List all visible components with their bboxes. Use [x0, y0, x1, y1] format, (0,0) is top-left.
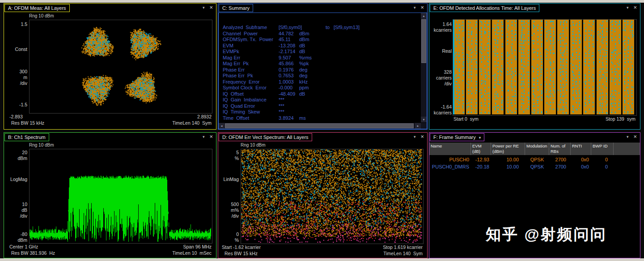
constellation-plot-area[interactable] — [29, 20, 212, 114]
y-axis-top-label: 1.64 kcarriers — [429, 21, 452, 33]
panel-e-close-icon[interactable]: × — [633, 5, 637, 10]
cell-num-rbs: 2700 — [549, 156, 571, 163]
scroll-down-button[interactable]: ▼ — [421, 117, 427, 122]
allocations-plot-area[interactable] — [453, 19, 637, 116]
panel-ch1-spectrum: B: Ch1 Spectrum ▾ × Rng 10 dBm 20 dBm Lo… — [4, 132, 216, 258]
panel-c-titlebar: C: Summary ▾ × — [218, 4, 427, 13]
summary-line: IQ Timing Skew*** — [219, 109, 420, 115]
panel-d-close-icon[interactable]: × — [420, 134, 424, 139]
timelen-label: TimeLen 140 Sym — [383, 251, 423, 256]
vertical-scroll-thumb[interactable] — [421, 19, 426, 63]
summary-unit: dBm — [299, 31, 309, 36]
summary-label: Analyzed Subframe — [223, 25, 267, 30]
panel-c-dropdown-icon[interactable]: ▾ — [414, 5, 416, 10]
y-axis-scale-label: 500 m% /div — [218, 202, 239, 219]
panel-f-close-icon[interactable]: × — [633, 134, 637, 139]
summary-value: 45.11 — [279, 37, 291, 42]
summary-value: -13.208 — [279, 43, 295, 48]
summary-line: IQ Offset-48.409dB — [219, 91, 420, 97]
panel-a-close-icon[interactable]: × — [209, 5, 213, 10]
cell-power-per-re: 10.00 — [491, 156, 525, 163]
res-bw-label: Res BW 381.936 Hz — [11, 250, 55, 256]
panel-e-titlebar: E: OFDM Detected Allocations Time: All L… — [429, 4, 640, 13]
panel-b-title[interactable]: B: Ch1 Spectrum — [4, 133, 49, 141]
header-cell-name: Name — [429, 143, 471, 155]
frame-summary-header: NameEVM (dB)Power per RE (dBm)Modulation… — [429, 143, 640, 155]
x-axis-stop-label: Stop 1.619 kcarrier — [383, 244, 423, 250]
panel-d-title[interactable]: D: OFDM Err Vect Spectrum: All Layers — [219, 133, 312, 141]
summary-label: EVMPk — [223, 49, 239, 54]
panel-c-title[interactable]: C: Summary — [219, 4, 253, 12]
summary-label: Channel Power — [223, 31, 258, 36]
evm-spectrum-plot[interactable] — [241, 149, 422, 243]
panel-e-title[interactable]: E: OFDM Detected Allocations Time: All L… — [430, 4, 539, 12]
x-axis-start-label: Start 0 sym — [453, 116, 479, 122]
cell-evm: -12.93 — [471, 156, 491, 163]
y-axis-bottom-label: -80 dBm — [4, 232, 27, 243]
x-axis-right-label: 2.8932 — [197, 114, 212, 119]
panel-b-close-icon[interactable]: × — [209, 134, 213, 139]
summary-unit: deg — [299, 67, 307, 72]
summary-value: 0.1976 — [279, 67, 294, 72]
summary-line: Symbol Clock Error-0.000ppm — [219, 85, 420, 91]
header-cell-evm: EVM (dB) — [471, 143, 491, 155]
summary-label: IQ Timing Skew — [223, 109, 260, 114]
scroll-left-button[interactable]: ◄ — [219, 123, 225, 129]
summary-label: IQ Quad Error — [223, 103, 255, 109]
summary-unit: %pk — [299, 61, 309, 66]
panel-c-content: Analyzed Subframe[Sf0,sym0]to[Sf9,sym13]… — [218, 13, 427, 129]
cell-rnti: 0x0 — [571, 163, 591, 170]
allocations-plot[interactable] — [453, 20, 636, 114]
summary-label: Time Offset — [223, 115, 249, 121]
scroll-right-button[interactable]: ► — [415, 123, 421, 129]
summary-lines: Analyzed Subframe[Sf0,sym0]to[Sf9,sym13]… — [219, 13, 420, 122]
frame-summary-row[interactable]: PUSCH0_DMRS-20.1810.00QPSK27000x00 — [429, 163, 614, 170]
panel-b-titlebar: B: Ch1 Spectrum ▾ × — [4, 133, 216, 142]
panel-b-content: Rng 10 dBm 20 dBm LogMag 10 dB /div -80 … — [4, 142, 216, 258]
summary-vertical-scrollbar[interactable]: ▲ ▼ — [421, 13, 427, 122]
panel-c-close-icon[interactable]: × — [420, 5, 424, 10]
y-axis-type-label: LogMag — [4, 177, 27, 182]
timelen-label: TimeLen 140 Sym — [172, 120, 212, 126]
frame-summary-row[interactable]: PUSCH0-12.9310.00QPSK27000x00 — [429, 156, 614, 163]
summary-label: IQ Offset — [223, 91, 244, 97]
frame-summary-dropdown-icon[interactable]: ▾ — [479, 135, 481, 140]
summary-value: -2.1714 — [279, 49, 295, 54]
window-chrome-bottom — [0, 258, 644, 261]
evm-plot-area[interactable] — [241, 149, 424, 244]
summary-label: Phase Err — [223, 67, 245, 72]
spectrum-plot[interactable] — [30, 149, 211, 242]
constellation-plot[interactable] — [30, 20, 211, 112]
summary-line: Mag Err9.507%rms — [219, 55, 420, 61]
y-axis-type-label: Const — [4, 46, 27, 52]
summary-line: IQ Gain Imbalance*** — [219, 97, 420, 103]
header-cell-num-of: Num. of RBs — [549, 143, 571, 155]
scroll-up-button[interactable]: ▲ — [421, 13, 427, 19]
spectrum-plot-area[interactable] — [29, 149, 212, 244]
summary-line: Analyzed Subframe[Sf0,sym0]to[Sf9,sym13] — [219, 25, 420, 30]
summary-line: Time Offset3.8924ms — [219, 115, 420, 121]
panel-a-title[interactable]: A: OFDM Meas: All Layers — [4, 4, 70, 12]
summary-value: -0.000 — [279, 85, 292, 90]
x-axis-start-label: Start -1.62 kcarrier — [222, 244, 261, 250]
cell-evm: -20.18 — [471, 163, 491, 170]
cell-name: PUSCH0 — [429, 156, 471, 163]
header-cell-bwp-id: BWP ID — [591, 143, 614, 155]
x-axis-left-label: -2.893 — [9, 114, 23, 119]
panel-d-dropdown-icon[interactable]: ▾ — [414, 135, 416, 139]
res-bw-label: Res BW 15 kHz — [225, 251, 258, 256]
horizontal-scroll-thumb[interactable] — [225, 123, 414, 128]
cell-name: PUSCH0_DMRS — [429, 163, 471, 170]
center-freq-label: Center 1 GHz — [9, 244, 38, 249]
panel-e-dropdown-icon[interactable]: ▾ — [627, 5, 629, 10]
summary-line: Mag Err Pk45.866%pk — [219, 61, 420, 67]
panel-b-dropdown-icon[interactable]: ▾ — [203, 135, 205, 139]
x-axis-stop-label: Stop 139 sym — [606, 116, 636, 122]
summary-value: 45.866 — [279, 61, 294, 66]
summary-horizontal-scrollbar[interactable]: ◄ ► — [219, 123, 421, 129]
panel-a-dropdown-icon[interactable]: ▾ — [203, 5, 205, 10]
cell-bwp-id: 0 — [591, 163, 614, 170]
panel-f-title[interactable]: F: Frame Summary▾ — [430, 133, 484, 141]
summary-line: EVMPk-2.1714dB — [219, 49, 420, 55]
panel-f-dropdown-icon[interactable]: ▾ — [627, 135, 629, 139]
